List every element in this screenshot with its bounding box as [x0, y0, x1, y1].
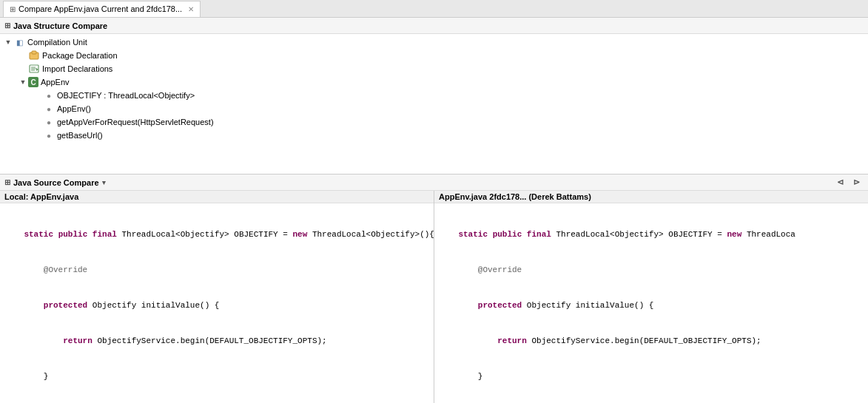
icon-getappver: ● — [43, 117, 55, 127]
tree-item-import-declarations[interactable]: Import Declarations — [0, 62, 868, 75]
arrow-compilation: ▼ — [3, 38, 13, 46]
icon-constructor: ● — [43, 104, 55, 114]
structure-panel-header: ⊞ Java Structure Compare — [0, 18, 868, 34]
code-area: Local: AppEnv.java static public final T… — [0, 191, 868, 403]
left-code-line-3: protected Objectify initialValue() { — [0, 299, 434, 311]
header-actions: ⊲ ⊳ — [832, 175, 864, 190]
label-objectify: OBJECTIFY : ThreadLocal<Objectify> — [57, 91, 195, 100]
right-code-pane[interactable]: AppEnv.java 2fdc178... (Derek Battams) s… — [434, 191, 868, 403]
label-constructor: AppEnv() — [57, 104, 91, 113]
copy-to-left-button[interactable]: ⊲ — [832, 175, 847, 190]
left-code-line-4: return ObjectifyService.begin(DEFAULT_OB… — [0, 335, 434, 347]
tree-container: ▼ ◧ Compilation Unit Package Declaration — [0, 34, 868, 143]
tree-item-getappver-method[interactable]: ● getAppVerForRequest(HttpServletRequest… — [0, 115, 868, 129]
label-getappver: getAppVerForRequest(HttpServletRequest) — [57, 118, 214, 126]
tab-bar: ⊞ Compare AppEnv.java Current and 2fdc17… — [0, 0, 868, 18]
source-header-icon: ⊞ — [4, 178, 10, 186]
arrow-objectify — [33, 92, 43, 99]
right-code-line-1: static public final ThreadLocal<Objectif… — [434, 228, 868, 240]
right-pane-header: AppEnv.java 2fdc178... (Derek Battams) — [434, 191, 868, 203]
right-code-line-4: return ObjectifyService.begin(DEFAULT_OB… — [434, 335, 868, 347]
copy-to-right-button[interactable]: ⊳ — [849, 175, 864, 190]
icon-package — [28, 50, 40, 61]
left-code-line-2: @Override — [0, 264, 434, 276]
right-code-line-2: @Override — [434, 264, 868, 276]
left-code-content: static public final ThreadLocal<Objectif… — [0, 203, 434, 403]
right-code-content: static public final ThreadLocal<Objectif… — [434, 203, 868, 403]
tab-close-button[interactable]: ✕ — [188, 5, 194, 13]
structure-panel[interactable]: ▼ ◧ Compilation Unit Package Declaration — [0, 34, 868, 175]
left-pane-title: Local: AppEnv.java — [4, 192, 78, 201]
arrow-getappver — [33, 118, 43, 126]
right-pane-title: AppEnv.java 2fdc178... (Derek Battams) — [439, 192, 591, 201]
tab-label: Compare AppEnv.java Current and 2fdc178.… — [18, 4, 182, 13]
icon-compilation-unit: ◧ — [13, 37, 25, 47]
arrow-import — [18, 65, 28, 72]
tree-item-appenv-constructor[interactable]: ● AppEnv() — [0, 102, 868, 115]
label-import-declarations: Import Declarations — [42, 64, 112, 73]
source-header-dropdown[interactable]: ▾ — [102, 179, 106, 186]
label-getbaseurl: getBaseUrl() — [57, 131, 103, 140]
left-code-pane[interactable]: Local: AppEnv.java static public final T… — [0, 191, 434, 403]
structure-header-icon: ⊞ — [4, 21, 10, 30]
icon-objectify-field: ● — [43, 90, 55, 101]
structure-header-label: Java Structure Compare — [13, 21, 107, 30]
icon-import — [28, 64, 40, 74]
arrow-constructor — [33, 105, 43, 112]
icon-appenv-class: C — [28, 77, 38, 87]
right-code-line-3: protected Objectify initialValue() { — [434, 299, 868, 311]
source-compare-header: ⊞ Java Source Compare ▾ ⊲ ⊳ — [0, 175, 868, 191]
main-tab[interactable]: ⊞ Compare AppEnv.java Current and 2fdc17… — [3, 1, 201, 17]
left-pane-header: Local: AppEnv.java — [0, 191, 434, 203]
arrow-package — [18, 52, 28, 59]
source-header-label: Java Source Compare — [13, 178, 99, 187]
arrow-getbaseurl — [33, 132, 43, 139]
tree-item-objectify-field[interactable]: ● OBJECTIFY : ThreadLocal<Objectify> — [0, 89, 868, 102]
arrow-appenv: ▼ — [18, 78, 28, 86]
left-code-line-5: } — [0, 370, 434, 382]
tree-item-appenv-class[interactable]: ▼ C AppEnv — [0, 75, 868, 89]
svg-rect-1 — [32, 51, 36, 54]
icon-getbaseurl: ● — [43, 130, 55, 140]
label-appenv: AppEnv — [41, 78, 70, 87]
label-compilation-unit: Compilation Unit — [27, 38, 87, 47]
tree-item-compilation-unit[interactable]: ▼ ◧ Compilation Unit — [0, 35, 868, 49]
left-code-line-1: static public final ThreadLocal<Objectif… — [0, 228, 434, 240]
tab-icon: ⊞ — [10, 5, 16, 13]
label-package-declaration: Package Declaration — [42, 51, 118, 60]
tree-item-getbaseurl-method[interactable]: ● getBaseUrl() — [0, 129, 868, 142]
tree-item-package-declaration[interactable]: Package Declaration — [0, 49, 868, 62]
right-code-line-5: } — [434, 370, 868, 382]
